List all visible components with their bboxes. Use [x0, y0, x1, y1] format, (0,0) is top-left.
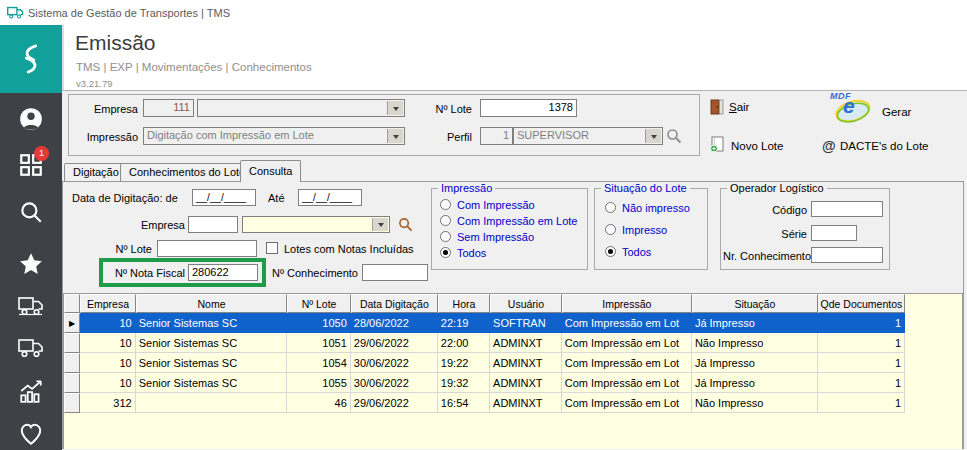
- perfil-code-field[interactable]: 1: [480, 127, 513, 145]
- lote-field[interactable]: 1378: [480, 99, 577, 117]
- cell-empresa: 10: [80, 333, 135, 353]
- row-selector[interactable]: [64, 393, 80, 413]
- conhecimento-field[interactable]: [362, 264, 428, 281]
- cell-data: 29/06/2022: [351, 393, 438, 413]
- radio-com-impressao-label[interactable]: Com Impressão: [457, 199, 535, 212]
- radio-impresso-label[interactable]: Impresso: [622, 224, 667, 237]
- radio-situacao-todos-label[interactable]: Todos: [622, 246, 651, 259]
- mdfe-logo[interactable]: MDF e: [830, 93, 876, 125]
- ate-label: Até: [268, 192, 285, 205]
- col-impressao[interactable]: Impressão: [562, 294, 692, 313]
- perfil-dropdown-button[interactable]: [645, 129, 661, 143]
- col-data-digitacao[interactable]: Data Digitação: [351, 294, 438, 313]
- filter-empresa-code-field[interactable]: [188, 216, 238, 233]
- user-icon[interactable]: [18, 106, 44, 132]
- gerar-button[interactable]: Gerar: [882, 106, 911, 118]
- cell-data: 28/06/2022: [351, 313, 438, 333]
- cell-hora: 19:22: [438, 353, 490, 373]
- cell-hora: 19:32: [438, 373, 490, 393]
- heart-icon[interactable]: [18, 421, 44, 447]
- radio-sem-impressao[interactable]: [440, 231, 451, 242]
- perfil-combobox[interactable]: SUPERVISOR: [513, 127, 663, 145]
- cell-nome: Senior Sistemas SC: [136, 373, 288, 393]
- tab-conhecimentos-do-lote[interactable]: Conhecimentos do Lote: [120, 163, 254, 181]
- data-de-field[interactable]: __/__/____: [192, 189, 256, 206]
- cell-situacao: Já Impresso: [692, 313, 818, 333]
- col-usuario[interactable]: Usuário: [490, 294, 562, 313]
- col-nome[interactable]: Nome: [136, 294, 288, 313]
- cell-usuario: ADMINXT: [490, 353, 562, 373]
- col-empresa[interactable]: Empresa: [80, 294, 135, 313]
- nota-fiscal-highlight-box: [99, 258, 266, 287]
- table-row[interactable]: 10 Senior Sistemas SC 1051 29/06/2022 22…: [64, 333, 905, 353]
- search-icon[interactable]: [18, 199, 44, 225]
- operador-groupbox-title: Operador Logístico: [727, 182, 827, 195]
- empresa-name-combobox[interactable]: [197, 99, 405, 117]
- radio-com-impressao[interactable]: [440, 199, 451, 210]
- sair-button[interactable]: Sair: [729, 101, 749, 113]
- table-row[interactable]: 312 46 29/06/2022 16:54 ADMINXT Com Impr…: [64, 393, 905, 413]
- filter-empresa-search-icon[interactable]: [398, 217, 413, 232]
- truck-icon[interactable]: [18, 293, 44, 319]
- filter-empresa-combobox[interactable]: [242, 216, 390, 233]
- row-selector[interactable]: ▶: [64, 313, 80, 333]
- nr-conhecimento-field[interactable]: [811, 247, 883, 263]
- notification-badge[interactable]: 1: [34, 146, 49, 161]
- cell-nome: [136, 393, 288, 413]
- radio-impressao-todos-label[interactable]: Todos: [457, 247, 486, 260]
- app-truck-icon: [7, 5, 24, 20]
- filter-lote-field[interactable]: [157, 240, 257, 257]
- exit-door-icon[interactable]: [710, 99, 724, 115]
- empresa-dropdown-button[interactable]: [387, 101, 403, 115]
- cell-qde: 1: [818, 313, 905, 333]
- impressao-combobox[interactable]: Digitação com Impressão em Lote: [143, 127, 405, 145]
- data-ate-field[interactable]: __/__/____: [298, 189, 362, 206]
- window-title: Sistema de Gestão de Transportes | TMS: [28, 7, 230, 20]
- operador-groupbox: Operador Logístico Código Série Nr. Conh…: [720, 188, 890, 270]
- col-situacao[interactable]: Situação: [692, 294, 818, 313]
- filter-empresa-dropdown-button[interactable]: [372, 218, 388, 231]
- cell-lote: 1054: [287, 353, 351, 373]
- novo-lote-icon[interactable]: [709, 136, 725, 153]
- perfil-search-icon[interactable]: [666, 128, 682, 144]
- cell-nome: Senior Sistemas SC: [136, 333, 288, 353]
- empresa-code-field[interactable]: 111: [143, 99, 194, 117]
- radio-impresso[interactable]: [605, 224, 616, 235]
- serie-field[interactable]: [811, 225, 857, 241]
- radio-com-impressao-em-lote[interactable]: [440, 215, 451, 226]
- dacte-at-icon[interactable]: @: [822, 138, 836, 154]
- data-digitacao-label: Data de Digitação: de: [72, 192, 178, 205]
- impressao-dropdown-button[interactable]: [387, 129, 403, 143]
- radio-com-impressao-em-lote-label[interactable]: Com Impressão em Lote: [457, 215, 577, 228]
- row-selector[interactable]: [64, 373, 80, 393]
- truck-2-icon[interactable]: [18, 335, 44, 361]
- cell-hora: 22:19: [438, 313, 490, 333]
- dacte-button[interactable]: DACTE's do Lote: [840, 140, 929, 152]
- lotes-notas-checkbox-label[interactable]: Lotes com Notas Incluídas: [284, 243, 414, 256]
- col-hora[interactable]: Hora: [438, 294, 490, 313]
- radio-situacao-todos[interactable]: [605, 246, 616, 257]
- table-row[interactable]: ▶ 10 Senior Sistemas SC 1050 28/06/2022 …: [64, 313, 905, 333]
- cell-empresa: 312: [80, 393, 135, 413]
- radio-impressao-todos[interactable]: [440, 247, 451, 258]
- cell-data: 30/06/2022: [351, 353, 438, 373]
- table-row[interactable]: 10 Senior Sistemas SC 1054 30/06/2022 19…: [64, 353, 905, 373]
- radio-sem-impressao-label[interactable]: Sem Impressão: [457, 231, 534, 244]
- chart-icon[interactable]: [18, 378, 44, 404]
- row-selector[interactable]: [64, 353, 80, 373]
- radio-nao-impresso[interactable]: [605, 202, 616, 213]
- table-row[interactable]: 10 Senior Sistemas SC 1055 30/06/2022 19…: [64, 373, 905, 393]
- col-qde-documentos[interactable]: Qde Documentos: [818, 294, 905, 313]
- codigo-field[interactable]: [811, 201, 883, 217]
- novo-lote-button[interactable]: Novo Lote: [731, 140, 783, 152]
- tab-digitacao[interactable]: Digitação: [64, 163, 128, 181]
- radio-nao-impresso-label[interactable]: Não impresso: [622, 202, 690, 215]
- tab-consulta[interactable]: Consulta: [240, 160, 301, 182]
- star-icon[interactable]: [18, 251, 44, 277]
- impressao-groupbox-title: Impressão: [438, 182, 495, 195]
- cell-situacao: Já Impresso: [692, 353, 818, 373]
- lotes-notas-checkbox[interactable]: [266, 242, 278, 254]
- row-selector[interactable]: [64, 333, 80, 353]
- cell-empresa: 10: [80, 313, 135, 333]
- col-lote[interactable]: Nº Lote: [287, 294, 351, 313]
